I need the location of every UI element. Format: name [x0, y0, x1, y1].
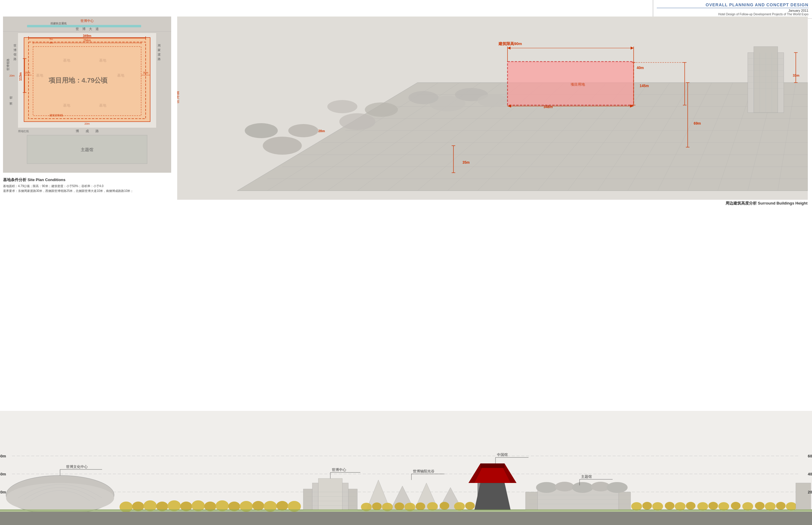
svg-point-211: [718, 502, 729, 511]
svg-point-205: [652, 502, 663, 511]
svg-point-94: [477, 94, 507, 107]
svg-rect-4: [156, 16, 171, 173]
svg-point-90: [365, 102, 398, 117]
svg-text:294m: 294m: [83, 39, 91, 42]
svg-point-186: [395, 502, 404, 510]
svg-text:20m: 20m: [9, 74, 15, 77]
svg-point-162: [252, 501, 264, 511]
svg-point-88: [288, 124, 318, 137]
elevation-panel: 60m 40m 20m 60m 40m 20m 世博文化中心 世博中心 世博轴阳…: [0, 411, 812, 525]
svg-text:项目用地：4.79公顷: 项目用地：4.79公顷: [48, 77, 108, 84]
aerial-view-panel: 世博轴 建筑限高90m 40m 348m 项目用地 145m 35m 69m 2…: [177, 16, 808, 200]
svg-text:路: 路: [158, 57, 160, 61]
site-info-detail2: 退界要求：东侧周家渡路30米，西侧跟世博馆路25米，北侧跟世博大道10米，南侧博…: [3, 189, 171, 193]
svg-point-214: [755, 502, 765, 510]
site-plan-panel: 主题馆 项目用地：4.79公顷 349m 294m 113m 25m 30m 2…: [3, 16, 171, 173]
svg-text:40m: 40m: [808, 472, 812, 476]
svg-point-209: [697, 502, 708, 511]
svg-text:基地: 基地: [63, 58, 70, 62]
svg-text:世博轴阳光谷: 世博轴阳光谷: [413, 469, 434, 473]
svg-text:建筑限高90m: 建筑限高90m: [498, 42, 522, 46]
svg-text:69m: 69m: [694, 121, 701, 125]
svg-point-198: [536, 482, 557, 493]
svg-point-206: [665, 502, 674, 510]
svg-text:28m: 28m: [318, 129, 325, 133]
svg-text:渡: 渡: [158, 53, 160, 56]
svg-text:家: 家: [158, 48, 160, 52]
svg-text:113m: 113m: [19, 72, 22, 81]
svg-text:世博中心: 世博中心: [80, 19, 94, 22]
svg-text:60m: 60m: [808, 454, 812, 458]
svg-text:348m: 348m: [543, 105, 553, 109]
svg-text:馆: 馆: [13, 53, 16, 56]
site-info-block: 基地条件分析 Site Plan Conditions 基地面积：4.79公顷；…: [3, 177, 171, 193]
svg-point-207: [675, 502, 686, 511]
svg-text:中国馆: 中国馆: [497, 453, 508, 457]
svg-point-191: [454, 502, 465, 511]
svg-point-215: [765, 502, 776, 511]
svg-text:25m: 25m: [25, 71, 30, 74]
svg-text:周: 周: [158, 44, 160, 47]
svg-point-210: [708, 502, 718, 510]
svg-text:项目用地: 项目用地: [570, 82, 585, 87]
svg-text:40m: 40m: [637, 66, 644, 70]
svg-text:基地: 基地: [63, 103, 70, 107]
svg-text:世: 世: [14, 44, 16, 47]
svg-text:145m: 145m: [640, 84, 649, 88]
svg-point-188: [416, 502, 425, 510]
svg-rect-3: [3, 16, 18, 173]
svg-text:基地: 基地: [99, 103, 106, 107]
svg-text:20m: 20m: [808, 490, 812, 494]
svg-point-213: [742, 502, 753, 511]
svg-rect-242: [0, 512, 812, 525]
svg-text:主题馆: 主题馆: [81, 147, 93, 152]
svg-text:主题馆: 主题馆: [581, 475, 592, 479]
svg-point-200: [572, 482, 593, 493]
svg-point-164: [276, 501, 288, 511]
header-date: January 2011: [657, 9, 808, 12]
svg-text:基地: 基地: [36, 73, 43, 77]
svg-point-189: [427, 502, 438, 511]
site-info-detail1: 基地面积：4.79公顷；限高：90米；建筑密度：小于50%；容积率：小于4.0: [3, 184, 171, 189]
svg-point-204: [642, 502, 652, 510]
svg-point-86: [263, 137, 302, 155]
svg-point-89: [339, 113, 376, 130]
svg-text:世　博　大　道: 世 博 大 道: [76, 27, 99, 31]
svg-text:博　　成　　路: 博 成 路: [76, 129, 99, 133]
svg-text:世博文化中心: 世博文化中心: [66, 465, 88, 469]
svg-point-190: [440, 502, 449, 510]
header-block: OVERALL PLANNING AND CONCEPT DESIGN Janu…: [653, 0, 812, 19]
svg-text:世博轴: 世博轴: [177, 91, 180, 104]
svg-text:世博馆路: 世博馆路: [6, 59, 10, 71]
svg-text:20m: 20m: [85, 122, 90, 125]
svg-text:349m: 349m: [83, 34, 91, 38]
svg-point-87: [245, 123, 278, 138]
svg-point-184: [372, 502, 382, 510]
svg-marker-179: [474, 483, 510, 510]
page-title: OVERALL PLANNING AND CONCEPT DESIGN: [657, 2, 808, 8]
svg-point-208: [686, 502, 695, 510]
site-info-title: 基地条件分析 Site Plan Conditions: [3, 177, 171, 183]
svg-point-199: [555, 482, 574, 491]
svg-text:拟建轨交通线: 拟建轨交通线: [50, 22, 67, 25]
svg-text:博: 博: [14, 48, 16, 52]
svg-text:路: 路: [14, 57, 16, 61]
svg-text:博　馆: 博 馆: [9, 96, 13, 105]
svg-rect-241: [0, 509, 812, 512]
svg-text:世博中心: 世博中心: [332, 468, 346, 472]
svg-text:3m: 3m: [49, 42, 53, 44]
svg-point-192: [465, 502, 475, 510]
svg-text:33m: 33m: [793, 74, 799, 77]
svg-text:40m: 40m: [0, 472, 6, 476]
svg-point-202: [607, 482, 628, 493]
svg-text:用地红线: 用地红线: [18, 130, 29, 133]
header-subtitle: Hotel Design of Follow-up Development Pr…: [657, 13, 808, 16]
svg-text:建筑控制线: 建筑控制线: [49, 114, 63, 117]
svg-text:基地: 基地: [117, 73, 124, 77]
svg-text:20m: 20m: [0, 490, 6, 494]
svg-text:35m: 35m: [462, 160, 470, 165]
svg-point-216: [776, 502, 785, 510]
svg-rect-219: [796, 483, 811, 510]
svg-point-217: [786, 502, 797, 511]
svg-rect-168: [318, 478, 342, 510]
